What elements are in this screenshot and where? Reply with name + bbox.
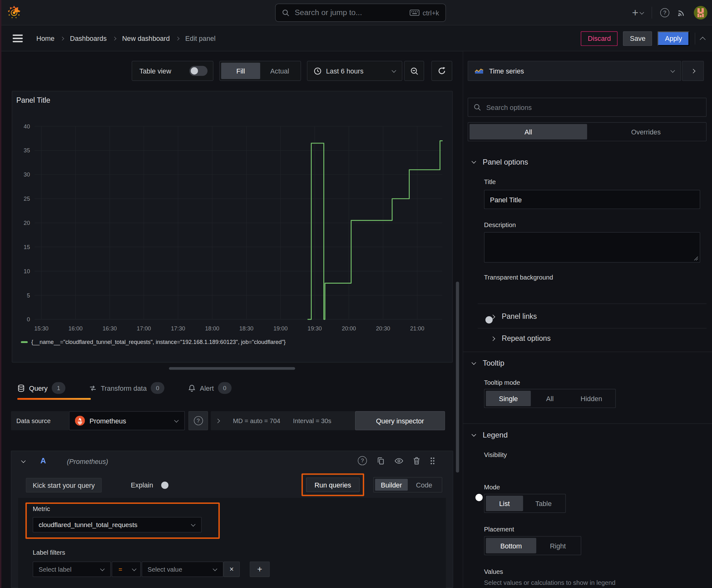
visualization-picker[interactable]: Time series (468, 61, 681, 81)
prometheus-icon (75, 416, 85, 426)
global-search[interactable]: ctrl+k (275, 4, 446, 22)
breadcrumb-new-dashboard[interactable]: New dashboard (122, 35, 170, 42)
actual-option[interactable]: Actual (260, 63, 299, 79)
visualization-value: Time series (489, 67, 524, 75)
svg-text:21:00: 21:00 (410, 326, 424, 332)
placement-right-option[interactable]: Right (536, 538, 579, 553)
svg-text:40: 40 (24, 123, 30, 130)
horizontal-scrollbar[interactable] (169, 367, 295, 370)
refresh-button[interactable] (431, 61, 452, 81)
label-filter-key-select[interactable]: Select label (33, 562, 111, 577)
topbar-actions: + ? (632, 0, 707, 25)
editor-tabs: Query 1 Transform data 0 Alert 0 (17, 375, 231, 401)
remove-filter-button[interactable]: × (223, 562, 240, 577)
legend-mode-switch: List Table (484, 494, 566, 513)
panel-options-section[interactable]: Panel options (472, 158, 528, 166)
panel-title-input[interactable]: Panel Title (484, 190, 700, 209)
datasource-picker[interactable]: Prometheus (69, 411, 185, 430)
collapse-options-icon[interactable] (700, 37, 706, 42)
repeat-options-section[interactable]: Repeat options (491, 335, 551, 343)
tooltip-single-option[interactable]: Single (486, 391, 531, 406)
tooltip-hidden-option[interactable]: Hidden (569, 391, 614, 406)
search-input[interactable] (294, 8, 405, 18)
panel-title[interactable]: Panel Title (16, 97, 50, 105)
save-button[interactable]: Save (623, 31, 652, 45)
zoom-out-icon (410, 67, 418, 75)
tab-query[interactable]: Query 1 (17, 375, 65, 401)
query-stats-chip: MD = auto = 704 Interval = 30s (211, 411, 355, 430)
legend-table-option[interactable]: Table (523, 496, 564, 511)
add-menu-button[interactable]: + (632, 6, 643, 19)
vertical-scrollbar[interactable] (456, 282, 459, 472)
run-queries-button[interactable]: Run queries (306, 478, 360, 492)
expand-stats-icon[interactable] (215, 418, 220, 423)
svg-text:19:00: 19:00 (274, 326, 287, 332)
label-filter-operator-select[interactable]: = (112, 562, 141, 577)
divider (463, 423, 712, 424)
grafana-logo-icon[interactable] (6, 5, 22, 20)
tooltip-section[interactable]: Tooltip (472, 359, 504, 368)
legend-section[interactable]: Legend (472, 430, 508, 439)
query-row-header[interactable]: A (Prometheus) (22, 457, 108, 466)
help-button[interactable]: ? (660, 8, 669, 17)
svg-text:20:00: 20:00 (342, 326, 356, 332)
clock-icon (314, 67, 322, 75)
collapse-query-icon[interactable] (21, 458, 25, 463)
news-button[interactable] (677, 8, 686, 17)
tooltip-mode-label: Tooltip mode (484, 379, 520, 386)
breadcrumb-home[interactable]: Home (37, 35, 55, 42)
apply-button[interactable]: Apply (658, 31, 689, 45)
chevron-down-icon (472, 360, 476, 365)
time-range-label: Last 6 hours (326, 67, 364, 75)
panel-links-section[interactable]: Panel links (491, 313, 537, 321)
svg-text:0: 0 (27, 316, 30, 322)
chart-legend[interactable]: {__name__="cloudflared_tunnel_total_requ… (21, 339, 286, 345)
datasource-help-button[interactable]: ? (188, 411, 208, 430)
series-label[interactable]: {__name__="cloudflared_tunnel_total_requ… (31, 339, 286, 345)
transparent-background-label: Transparent background (484, 274, 553, 281)
time-series-chart[interactable]: 051015202530354015:3016:0016:3017:0017:3… (14, 114, 445, 334)
tab-all[interactable]: All (470, 124, 587, 140)
tab-overrides[interactable]: Overrides (587, 124, 705, 140)
collapse-sidebar-button[interactable] (682, 61, 704, 81)
toggle-visibility-icon[interactable] (395, 458, 403, 464)
placement-bottom-option[interactable]: Bottom (486, 538, 537, 553)
svg-text:17:30: 17:30 (171, 326, 185, 332)
zoom-out-button[interactable] (404, 61, 424, 81)
divider (652, 7, 652, 19)
delete-query-icon[interactable] (413, 457, 420, 465)
metric-select[interactable]: cloudflared_tunnel_total_requests (33, 517, 201, 532)
query-help-icon[interactable]: ? (358, 456, 367, 465)
discard-button[interactable]: Discard (581, 31, 618, 45)
label-filter-value-select[interactable]: Select value (142, 562, 223, 577)
code-option[interactable]: Code (408, 479, 440, 491)
add-filter-button[interactable]: + (250, 562, 270, 577)
avatar[interactable] (694, 6, 707, 19)
table-view-toggle[interactable] (189, 66, 208, 76)
drag-handle-icon[interactable] (430, 457, 435, 465)
fill-option[interactable]: Fill (221, 63, 260, 79)
help-icon: ? (660, 8, 669, 17)
menu-toggle-button[interactable] (13, 35, 23, 42)
legend-list-option[interactable]: List (486, 496, 523, 511)
panel-actions: Discard Save Apply (581, 25, 705, 51)
chevron-right-icon (112, 37, 116, 40)
chevron-right-icon (60, 37, 64, 40)
tab-transform-data[interactable]: Transform data 0 (89, 375, 164, 401)
resize-handle-icon[interactable] (694, 256, 698, 261)
description-textarea[interactable] (484, 232, 700, 262)
duplicate-query-icon[interactable] (377, 457, 385, 465)
divider (478, 328, 707, 328)
options-search-input[interactable] (486, 103, 701, 111)
query-inspector-button[interactable]: Query inspector (355, 411, 445, 430)
options-search[interactable] (468, 98, 707, 117)
fill-actual-switch: Fill Actual (219, 61, 301, 81)
breadcrumb-dashboards[interactable]: Dashboards (70, 35, 107, 42)
svg-text:16:00: 16:00 (68, 326, 83, 332)
builder-option[interactable]: Builder (375, 479, 408, 491)
kick-start-query-button[interactable]: Kick start your query (26, 478, 102, 492)
tab-alert[interactable]: Alert 0 (188, 375, 232, 401)
divider (463, 352, 712, 352)
tooltip-all-option[interactable]: All (531, 391, 569, 406)
time-range-picker[interactable]: Last 6 hours (307, 61, 403, 81)
